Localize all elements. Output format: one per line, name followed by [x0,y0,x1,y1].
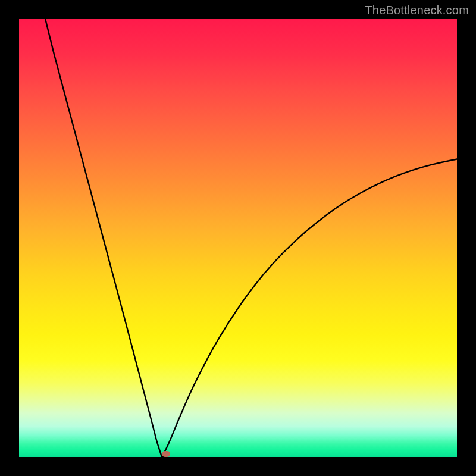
bottleneck-curve [19,19,457,457]
optimal-point-marker [162,451,170,457]
chart-plot-area [19,19,457,457]
watermark-text: TheBottleneck.com [365,4,469,17]
chart-frame: TheBottleneck.com [0,0,476,476]
